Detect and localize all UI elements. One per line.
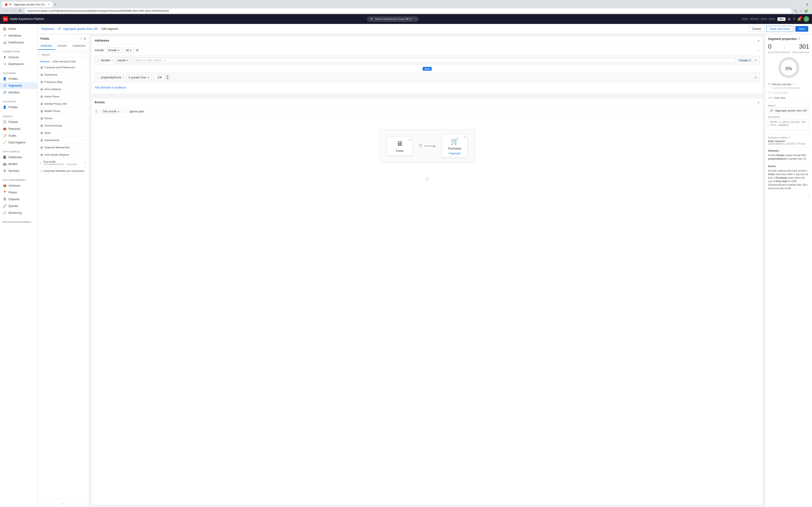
view-profiles-button[interactable]: </> View profiles bbox=[768, 90, 809, 95]
propensity-number-field[interactable] bbox=[154, 75, 165, 80]
sidebar-item-identities[interactable]: 🔗 Identities bbox=[0, 89, 37, 96]
drag-handle-icon[interactable]: ≡ bbox=[97, 59, 99, 62]
breadcrumb-segments[interactable]: Segments bbox=[41, 27, 54, 31]
address-bar[interactable]: experience.adobe.com/#/@salesvelocity/sn… bbox=[24, 8, 792, 13]
time-period-dropdown[interactable]: This month ∨ bbox=[101, 109, 122, 114]
sidebar-item-schemas[interactable]: 📦 Schemas bbox=[0, 182, 37, 189]
code-view-button[interactable]: </> Code view bbox=[768, 95, 809, 101]
fields-settings-icon[interactable]: ⚙ bbox=[84, 37, 86, 40]
add-attribute-link[interactable]: Add attribute or audience bbox=[95, 84, 126, 91]
more-options-button[interactable]: ··· bbox=[757, 48, 760, 52]
gender-value-select[interactable]: Select or type options ∨ bbox=[133, 58, 736, 63]
gender-operator-dropdown[interactable]: equals ∨ bbox=[115, 58, 131, 63]
tab-attributes[interactable]: Attributes bbox=[38, 42, 55, 50]
close-purchases-button[interactable]: ✕ bbox=[464, 136, 466, 139]
expand-right-panel-button[interactable]: › bbox=[808, 194, 809, 197]
field-item-segment-membership[interactable]: ▦ Segment Membership › bbox=[38, 144, 89, 151]
extensions-icon[interactable]: 🧩 bbox=[804, 9, 808, 13]
spin-down-button[interactable]: ▼ bbox=[165, 77, 169, 80]
field-item-mobile-phone[interactable]: ▦ Mobile Phone › bbox=[38, 108, 89, 115]
new-tab-button[interactable]: + bbox=[53, 1, 57, 7]
sidebar-item-home[interactable]: 🏠 Home bbox=[0, 25, 37, 32]
spin-up-button[interactable]: ▲ bbox=[165, 75, 169, 77]
notifications-icon[interactable]: 🔔 2 bbox=[797, 17, 801, 21]
attributes-section-header[interactable]: Attributes ∧ bbox=[91, 36, 763, 45]
field-item-consents[interactable]: ▦ Consents and Preferences › bbox=[38, 64, 89, 71]
sidebar-item-sources[interactable]: ⬇ Sources bbox=[0, 54, 37, 61]
gender-info-icon[interactable]: ⓘ bbox=[111, 59, 113, 62]
sidebar-item-data-hygiene[interactable]: 🧹 Data Hygiene bbox=[0, 139, 37, 146]
field-bc-attributes[interactable]: Attributes bbox=[40, 60, 50, 63]
field-item-salesvelocity[interactable]: ▦ Salesvelocity › bbox=[38, 136, 89, 144]
close-clicks-button[interactable]: ✕ bbox=[409, 138, 411, 141]
active-tab[interactable]: 🔴 JF - Aggregate greater than 10... ✕ bbox=[2, 2, 52, 7]
refresh-estimate-button[interactable]: ↻ Refresh estimate ⓘ bbox=[768, 82, 809, 87]
grid-icon[interactable]: ⊞ bbox=[788, 17, 791, 21]
forward-button[interactable]: → bbox=[11, 8, 16, 13]
cancel-button[interactable]: Cancel bbox=[749, 26, 765, 32]
seg-props-info-icon[interactable]: ⓘ bbox=[798, 37, 800, 41]
sidebar-item-places[interactable]: 📍 Places bbox=[0, 189, 37, 196]
propensity-value-input[interactable]: ▲ ▼ bbox=[153, 75, 170, 80]
remove-gender-condition-button[interactable]: ✕ bbox=[754, 58, 757, 62]
field-item-consented-identities[interactable]: ≡ consented identities per namespace bbox=[38, 168, 89, 174]
env-badge[interactable]: Dev bbox=[777, 17, 785, 21]
drag-handle-icon2[interactable]: ≡ bbox=[97, 76, 99, 79]
field-item-person[interactable]: ▦ Person › bbox=[38, 115, 89, 122]
clicks-event-card[interactable]: ✕ 🖥 Clicks bbox=[387, 136, 413, 156]
field-item-personal-email[interactable]: ▦ Personal Email › bbox=[38, 122, 89, 129]
field-item-user-activity[interactable]: ▦ User Activity Regions › bbox=[38, 151, 89, 158]
sidebar-item-queries[interactable]: 🔎 Queries bbox=[0, 203, 37, 209]
purchases-event-card[interactable]: ✕ 🛒 Purchases 1 Aggregate bbox=[442, 134, 467, 158]
sidebar-item-services[interactable]: ⚙ Services bbox=[0, 167, 37, 174]
field-item-frequency[interactable]: ▦ Frequency Map › bbox=[38, 78, 89, 86]
breadcrumb-segment-name[interactable]: JF - Aggregate greater than 100 bbox=[58, 27, 98, 31]
tab-events[interactable]: Events bbox=[55, 42, 69, 50]
reload-button[interactable]: ↻ bbox=[18, 8, 22, 13]
collapse-panel-button[interactable]: ‹ bbox=[63, 501, 64, 505]
info-icon[interactable]: ⓘ bbox=[84, 161, 86, 165]
bookmark-icon[interactable]: ☆ bbox=[799, 9, 802, 13]
sidebar-item-policies[interactable]: 📋 Policies bbox=[0, 119, 37, 125]
sidebar-item-requests[interactable]: 📤 Requests bbox=[0, 125, 37, 132]
field-item-experience[interactable]: ▦ Experience › bbox=[38, 71, 89, 78]
name-input[interactable] bbox=[768, 108, 809, 113]
tab-audiences[interactable]: Audiences bbox=[69, 42, 88, 50]
sidebar-item-dashboards[interactable]: 📊 Dashboards bbox=[0, 39, 37, 46]
propensity-operator-dropdown[interactable]: is greater than ∨ bbox=[126, 75, 152, 80]
back-button[interactable]: ← bbox=[4, 8, 9, 13]
field-item-test-profile[interactable]: ≡ Test profile XDM Individual Profile→ T… bbox=[38, 158, 89, 168]
sidebar-item-datasets[interactable]: 🗄 Datasets bbox=[0, 196, 37, 203]
propensity-info-icon[interactable]: ⓘ bbox=[122, 76, 124, 79]
remove-female-tag-button[interactable]: ✕ bbox=[749, 59, 751, 62]
sidebar-item-models[interactable]: 🤖 Models bbox=[0, 161, 37, 167]
sidebar-item-profiles-accounts[interactable]: 👤 Profiles bbox=[0, 104, 37, 111]
purchases-aggregate-link[interactable]: 1 Aggregate bbox=[448, 152, 461, 155]
field-item-home-address[interactable]: ▦ Home Address › bbox=[38, 86, 89, 93]
sidebar-item-workflows[interactable]: ↗ Workflows bbox=[0, 32, 37, 39]
field-item-home-phone[interactable]: ▦ Home Phone › bbox=[38, 93, 89, 100]
search-toolbar-icon[interactable]: 🔍 bbox=[794, 9, 798, 13]
include-dropdown[interactable]: Include ∨ bbox=[106, 48, 122, 53]
eval-info-icon[interactable]: ⓘ bbox=[789, 136, 791, 139]
all-dropdown[interactable]: all ∨ bbox=[124, 48, 134, 53]
help-icon[interactable]: ? bbox=[793, 17, 795, 21]
field-search-input[interactable] bbox=[40, 52, 87, 58]
save-button[interactable]: Save bbox=[795, 26, 808, 32]
save-close-button[interactable]: Save and Close bbox=[766, 26, 794, 32]
sidebar-item-profiles-customer[interactable]: 👤 Profiles bbox=[0, 75, 37, 82]
field-item-repo[interactable]: ▦ Repo › bbox=[38, 129, 89, 136]
remove-propensity-button[interactable]: ✕ bbox=[754, 75, 757, 79]
sidebar-item-notebooks[interactable]: 📓 Notebooks bbox=[0, 154, 37, 161]
ignore-year-checkbox[interactable] bbox=[124, 110, 127, 113]
sidebar-item-monitoring[interactable]: 📈 Monitoring bbox=[0, 209, 37, 216]
sidebar-item-segments[interactable]: ⬡ Segments bbox=[0, 82, 37, 89]
field-item-identity-privacy[interactable]: ▦ Identity Privacy Info › bbox=[38, 100, 89, 108]
global-search[interactable]: 🔍 Search Experience Cloud (⌘+/) bbox=[367, 16, 419, 22]
tab-close-button[interactable]: ✕ bbox=[48, 3, 50, 6]
user-avatar[interactable]: J bbox=[804, 16, 809, 22]
sidebar-item-destinations[interactable]: ↪ Destinations bbox=[0, 61, 37, 67]
events-info-icon[interactable]: ⓘ bbox=[425, 177, 429, 181]
description-textarea[interactable] bbox=[768, 119, 809, 131]
events-section-header[interactable]: Events ∧ bbox=[91, 98, 763, 107]
